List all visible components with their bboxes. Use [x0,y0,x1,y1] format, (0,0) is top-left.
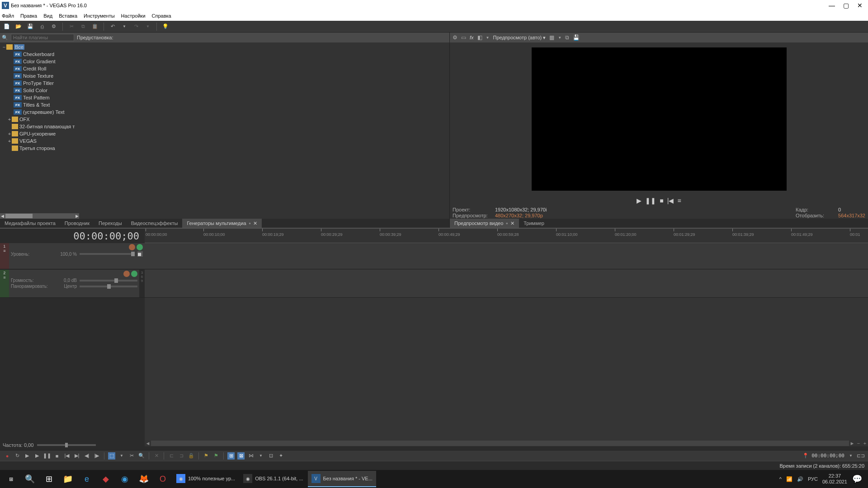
fx-item[interactable]: Titles & Text [23,102,50,108]
tree-folder[interactable]: Третья сторона [19,145,55,151]
trim-end-button[interactable]: ⊐ [178,452,185,460]
video-fx-icon[interactable]: fx [470,34,474,41]
tab-explorer[interactable]: Проводник [60,219,94,228]
tab-trimmer[interactable]: Триммер [519,219,549,228]
external-monitor-icon[interactable]: ▭ [461,34,466,41]
pause-button[interactable]: ❚❚ [645,197,656,204]
tc-dropdown[interactable]: ▼ [847,452,854,460]
redo-dropdown[interactable]: ▼ [144,23,152,31]
auto-ripple-button[interactable]: ⊠ [237,452,245,460]
properties-button[interactable]: ⚙ [50,23,58,31]
copy-snapshot-icon[interactable]: ⧉ [565,34,569,41]
save-snapshot-icon[interactable]: 💾 [573,34,580,41]
menu-settings[interactable]: Настройки [121,13,146,19]
split-dropdown[interactable]: ▼ [486,36,490,40]
track-fx-icon[interactable] [137,244,143,250]
lock-button[interactable]: 🔒 [188,452,195,460]
stop-button[interactable]: ■ [660,197,663,204]
bypass-fx-icon[interactable] [123,271,130,277]
loop-region-icon[interactable]: ⊏⊐ [857,452,864,460]
notifications-icon[interactable]: 💬 [848,471,866,487]
zoom-out-icon[interactable]: − [855,441,862,446]
prev-frame-button[interactable]: |◀ [667,197,674,204]
volume-slider[interactable] [80,280,137,282]
open-button[interactable]: 📂 [14,23,23,31]
undock-icon[interactable]: ▫ [506,221,508,226]
tree-root[interactable]: Все [14,44,24,50]
timeline-timecode[interactable]: 00:00:00;00 [73,230,139,242]
preview-quality-dropdown[interactable]: Предпросмотр (авто) ▾ [493,35,546,41]
close-tab-icon[interactable]: ✕ [253,221,257,226]
ie-icon[interactable]: e [78,471,96,487]
end-timecode[interactable]: 00:00:00;00 [811,453,844,459]
loop-button[interactable]: ↻ [14,452,21,460]
track-fx-icon[interactable] [131,271,137,277]
menu-insert[interactable]: Вставка [59,13,77,19]
menu-edit[interactable]: Правка [20,13,37,19]
network-icon[interactable]: 📶 [786,476,793,482]
copy-button[interactable]: ⧉ [79,23,87,31]
split-button[interactable]: ✕ [153,452,160,460]
mute-button[interactable]: ◼ [137,251,143,257]
taskbar-app-chrome[interactable]: ◉100% полезные ур... [173,471,239,487]
tree-folder[interactable]: GPU-ускорение [19,131,56,136]
region-button[interactable]: ⚑ [212,452,220,460]
fx-item[interactable]: Noise Texture [23,73,53,79]
overlays-dropdown[interactable]: ▼ [558,36,561,40]
go-start-button[interactable]: |◀ [63,452,71,460]
normal-edit-tool[interactable]: ⬚ [108,452,115,460]
split-screen-icon[interactable]: ◧ [477,34,482,41]
overlays-icon[interactable]: ▦ [549,34,554,41]
pause-button[interactable]: ❚❚ [43,452,51,460]
crossfade-dropdown[interactable]: ▼ [257,452,264,460]
menu-help[interactable]: Справка [152,13,171,19]
minimize-button[interactable]: — [829,2,835,9]
record-button[interactable]: ● [4,452,11,460]
undo-dropdown[interactable]: ▼ [120,23,128,31]
next-frame-button[interactable]: |▶ [93,452,100,460]
pan-slider[interactable] [80,286,137,287]
auto-crossfade-button[interactable]: ⋈ [247,452,255,460]
plugin-search-input[interactable] [11,34,74,41]
tree-folder[interactable]: OFX [19,117,30,122]
fx-item[interactable]: Solid Color [23,88,47,93]
paste-button[interactable]: 📋 [91,23,99,31]
volume-icon[interactable]: 🔊 [797,476,803,482]
menu-view[interactable]: Вид [43,13,52,19]
render-button[interactable]: ⎙ [38,23,46,31]
fx-item[interactable]: Credit Roll [23,66,46,71]
tree-folder[interactable]: 32-битная плавающая т [19,124,75,129]
search-icon[interactable]: 🔍 [21,471,39,487]
app-icon[interactable]: ◆ [97,471,115,487]
file-explorer-icon[interactable]: 📁 [59,471,77,487]
menu-icon[interactable]: ≡ [677,197,681,204]
taskbar-app-vegas[interactable]: VБез названия * - VE... [308,471,376,487]
track-content[interactable] [145,243,868,440]
play-start-button[interactable]: ▶ [24,452,31,460]
new-project-button[interactable]: 📄 [3,23,11,31]
zoom-in-icon[interactable]: + [862,441,868,446]
fx-item[interactable]: Color Gradient [23,59,56,64]
selection-tool[interactable]: ✂ [128,452,135,460]
fx-tree[interactable]: −Все FXCheckerboard FXColor Gradient FXC… [0,42,79,213]
whats-this-button[interactable]: 💡 [161,23,170,31]
prev-frame-button[interactable]: ◀| [83,452,90,460]
taskbar-app-obs[interactable]: ◉OBS 26.1.1 (64-bit, ... [240,471,307,487]
maximize-button[interactable]: ▢ [843,2,849,9]
tree-folder[interactable]: VEGAS [19,138,37,144]
menu-file[interactable]: Файл [2,13,14,19]
cut-button[interactable]: ✂ [67,23,75,31]
level-slider[interactable] [80,253,135,255]
snap-button[interactable]: ⊞ [227,452,235,460]
fx-item[interactable]: (устаревшее) Text [23,109,65,115]
start-button[interactable]: ⊞ [2,471,20,487]
firefox-icon[interactable]: 🦊 [135,471,153,487]
preview-settings-icon[interactable]: ⚙ [453,34,458,41]
stop-button[interactable]: ■ [53,452,61,460]
event-fx-button[interactable]: ✦ [277,452,284,460]
go-end-button[interactable]: ▶| [73,452,80,460]
fx-item[interactable]: Test Pattern [23,95,50,100]
system-tray[interactable]: ^ 📶 🔊 РУС [779,476,821,482]
tab-video-fx[interactable]: Видеоспецэффекты [127,219,183,228]
undo-button[interactable]: ↶ [108,23,117,31]
